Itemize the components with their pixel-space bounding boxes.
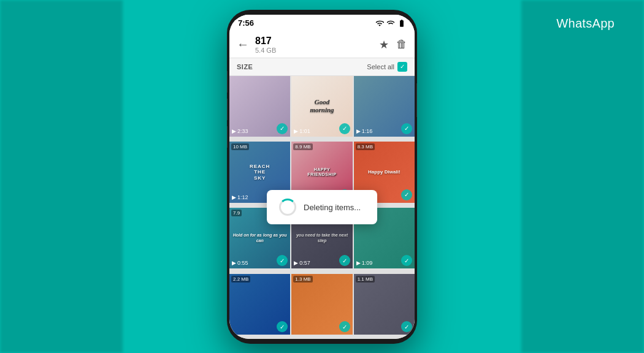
contact-name: 817: [255, 36, 373, 47]
bg-left-panel: [0, 0, 123, 353]
loading-dialog: Deleting items...: [267, 190, 377, 224]
volume-up-button: [227, 71, 228, 93]
camera-icon: ▶: [232, 194, 236, 200]
camera-icon: ▶: [356, 128, 361, 134]
wifi-icon: [375, 19, 384, 28]
media-duration: ▶ 2:33: [232, 128, 248, 134]
phone-screen: 7:56 ← 817 5.4 GB ★ 🗑: [229, 15, 415, 339]
sort-label: SIZE: [237, 63, 253, 70]
media-checkmark: ✓: [401, 189, 412, 200]
media-checkmark: ✓: [401, 321, 412, 332]
status-time: 7:56: [238, 18, 254, 28]
media-checkmark: ✓: [277, 321, 288, 332]
media-item[interactable]: Goodmorning ✓ ▶ 1:01: [291, 76, 352, 137]
delete-button[interactable]: 🗑: [396, 38, 407, 51]
storage-size: 5.4 GB: [255, 47, 373, 54]
media-size: 1.3 MB: [293, 276, 312, 283]
media-checkmark: ✓: [401, 123, 412, 134]
media-item[interactable]: ✓ ▶ 2:33: [229, 76, 290, 137]
battery-icon: [397, 19, 406, 28]
media-duration: ▶ 0:55: [232, 260, 248, 266]
media-checkmark: ✓: [339, 321, 350, 332]
volume-down-button: [227, 99, 228, 120]
camera-icon: ▶: [232, 128, 236, 134]
star-button[interactable]: ★: [379, 38, 389, 51]
media-duration: ▶ 1:16: [356, 128, 373, 134]
loading-text: Deleting items...: [304, 203, 361, 212]
silent-button: [227, 126, 228, 148]
app-bar: ← 817 5.4 GB ★ 🗑: [229, 32, 415, 58]
media-grid: ✓ ▶ 2:33 Goodmorning ✓ ▶ 1:01 ✓ ▶: [229, 76, 415, 339]
select-all-control[interactable]: Select all: [367, 62, 407, 72]
status-icons: [375, 19, 406, 28]
whatsapp-watermark: WhatsApp: [556, 17, 615, 31]
phone-frame: 7:56 ← 817 5.4 GB ★ 🗑: [227, 10, 417, 344]
media-duration: ▶ 1:12: [232, 194, 248, 200]
media-item[interactable]: 1.3 MB ✓: [291, 274, 352, 335]
power-button: [416, 83, 417, 117]
media-checkmark: ✓: [339, 255, 350, 266]
app-bar-title: 817 5.4 GB: [255, 36, 373, 54]
bg-right-panel: [521, 0, 644, 353]
media-item[interactable]: 1.1 MB ✓: [354, 274, 415, 335]
media-item[interactable]: ✓ ▶ 1:16: [354, 76, 415, 137]
app-bar-actions: ★ 🗑: [379, 38, 407, 51]
media-item[interactable]: 2.2 MB ✓: [229, 274, 290, 335]
camera-icon: ▶: [232, 260, 236, 266]
media-checkmark: ✓: [339, 123, 350, 134]
select-all-checkbox[interactable]: [397, 62, 407, 72]
sort-bar: SIZE Select all: [229, 58, 415, 76]
status-bar: 7:56: [229, 15, 415, 32]
media-size: 2.2 MB: [231, 276, 250, 283]
camera-icon: ▶: [356, 260, 361, 266]
media-duration: ▶ 1:01: [294, 128, 310, 134]
camera-icon: ▶: [294, 128, 298, 134]
media-size: 1.1 MB: [356, 276, 375, 283]
signal-icon: [386, 19, 395, 28]
camera-icon: ▶: [294, 260, 298, 266]
loading-spinner: [279, 199, 296, 216]
media-duration: ▶ 0:57: [294, 260, 310, 266]
back-button[interactable]: ←: [237, 37, 249, 51]
media-duration: ▶ 1:09: [356, 260, 373, 266]
select-all-label: Select all: [367, 63, 394, 70]
